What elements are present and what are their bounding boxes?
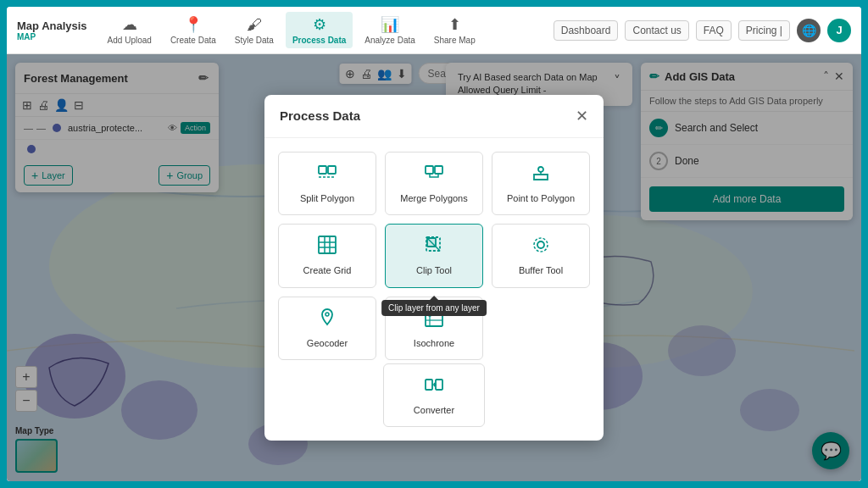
svg-point-19 [538, 167, 543, 172]
converter-row: Converter [278, 363, 590, 427]
nav-style-data[interactable]: 🖌 Style Data [228, 13, 281, 48]
svg-rect-36 [426, 380, 432, 390]
create-grid-btn[interactable]: Create Grid [278, 224, 376, 287]
split-polygon-btn[interactable]: Split Polygon [278, 152, 376, 215]
nav-process-data[interactable]: ⚙ Process Data [286, 12, 353, 48]
contact-btn[interactable]: Contact us [625, 20, 688, 41]
point-to-polygon-label: Point to Polygon [507, 192, 575, 204]
geocoder-btn[interactable]: Geocoder [278, 297, 376, 360]
svg-rect-14 [319, 166, 326, 174]
top-navigation: Map Analysis MAP ☁ Add Upload 📍 Create D… [7, 7, 861, 54]
dashboard-btn[interactable]: Dashboard [554, 20, 619, 41]
nav-analyze-data[interactable]: 📊 Analyze Data [358, 12, 421, 48]
logo: Map Analysis MAP [17, 19, 87, 42]
point-to-polygon-icon [531, 163, 551, 187]
nav-add-upload[interactable]: ☁ Add Upload [101, 12, 159, 48]
svg-rect-37 [436, 380, 442, 390]
split-polygon-icon [317, 163, 337, 187]
share-icon: ⬆ [448, 15, 461, 34]
isochrone-label: Isochrone [414, 337, 454, 349]
tool-grid: Split Polygon [278, 152, 590, 360]
clip-tool-icon [424, 235, 444, 259]
buffer-tool-btn[interactable]: Buffer Tool [492, 224, 590, 287]
converter-btn[interactable]: Converter [383, 363, 485, 427]
point-to-polygon-btn[interactable]: Point to Polygon [492, 152, 590, 215]
svg-point-28 [537, 241, 544, 248]
buffer-tool-label: Buffer Tool [519, 264, 563, 276]
clip-tool-label: Clip Tool [416, 264, 452, 276]
nav-right-area: Dashboard Contact us FAQ Pricing | 🌐 J [554, 19, 851, 42]
svg-rect-31 [426, 309, 442, 326]
pricing-btn[interactable]: Pricing | [738, 20, 790, 41]
map-area: Forest Management ✏ ⊞ 🖨 👤 ⊟ — — austri [7, 54, 861, 481]
merge-polygons-btn[interactable]: Merge Polygons [385, 152, 483, 215]
modal-close-btn[interactable]: ✕ [576, 107, 588, 125]
modal-overlay[interactable]: Process Data ✕ [7, 54, 861, 481]
isochrone-btn[interactable]: Isochrone [385, 297, 483, 360]
merge-polygons-label: Merge Polygons [400, 192, 468, 204]
merge-polygons-icon [424, 163, 444, 187]
create-icon: 📍 [184, 15, 203, 34]
svg-rect-17 [426, 166, 433, 174]
converter-icon [424, 374, 444, 399]
analyze-icon: 📊 [381, 15, 399, 34]
style-icon: 🖌 [247, 16, 262, 34]
nav-create-data[interactable]: 📍 Create Data [164, 12, 223, 48]
create-grid-icon [317, 235, 337, 259]
process-data-modal: Process Data ✕ [264, 95, 604, 441]
svg-point-35 [428, 313, 431, 317]
split-polygon-label: Split Polygon [300, 192, 354, 204]
app-title: Map Analysis [17, 19, 87, 32]
app-logo: MAP [17, 32, 36, 42]
geocoder-icon [317, 308, 337, 332]
svg-rect-18 [435, 166, 442, 174]
avatar[interactable]: J [827, 19, 851, 42]
svg-point-29 [534, 238, 548, 252]
clip-tool-btn[interactable]: Clip Tool Clip layer from any layer [385, 224, 483, 287]
create-grid-label: Create Grid [303, 264, 352, 276]
faq-btn[interactable]: FAQ [696, 20, 732, 41]
svg-point-30 [326, 313, 329, 316]
modal-header: Process Data ✕ [264, 95, 604, 138]
geocoder-label: Geocoder [307, 337, 348, 349]
modal-body: Split Polygon [264, 138, 604, 441]
process-icon: ⚙ [313, 15, 326, 34]
modal-title: Process Data [280, 108, 360, 123]
isochrone-icon [424, 308, 444, 332]
converter-label: Converter [414, 404, 454, 416]
svg-rect-15 [328, 166, 336, 174]
globe-icon[interactable]: 🌐 [797, 19, 821, 42]
svg-rect-21 [319, 236, 336, 253]
nav-share-map[interactable]: ⬆ Share Map [427, 12, 482, 48]
upload-icon: ☁ [122, 15, 137, 34]
svg-rect-27 [427, 238, 436, 247]
buffer-tool-icon [531, 235, 551, 259]
